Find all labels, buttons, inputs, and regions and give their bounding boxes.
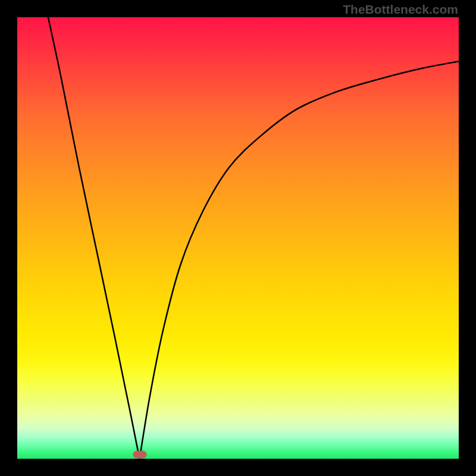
attribution-text: TheBottleneck.com [343, 2, 458, 17]
optimum-marker [133, 450, 146, 458]
chart-frame [17, 17, 459, 459]
bottleneck-curve [17, 17, 459, 459]
curve-path [48, 17, 459, 459]
